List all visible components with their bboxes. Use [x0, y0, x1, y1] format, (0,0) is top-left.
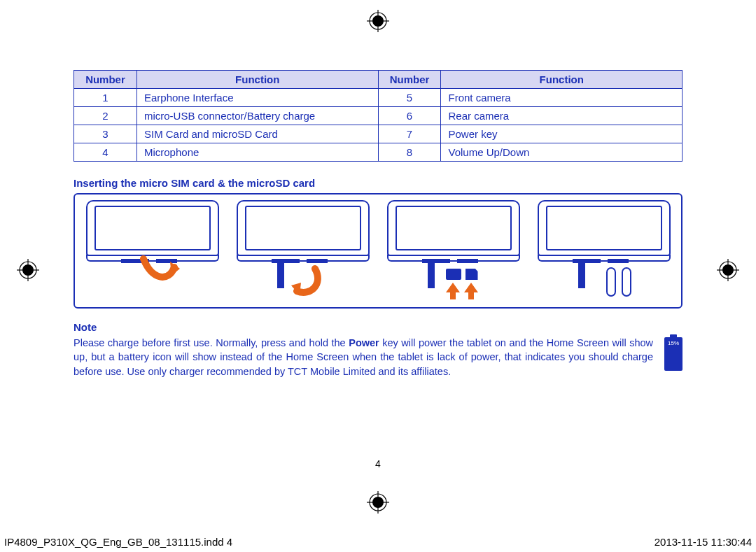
svg-marker-18 [446, 283, 460, 299]
illustration-step-4 [531, 200, 677, 302]
table-row: 2 micro-USB connector/Battery charge 6 R… [74, 107, 682, 125]
footer-file: IP4809_P310X_QG_Eng_GB_08_131115.indd 4 [4, 536, 232, 548]
illustration-step-3 [380, 200, 526, 302]
registration-mark-left [17, 259, 39, 281]
footer-datetime: 2013-11-15 11:30:44 [654, 536, 752, 548]
page-content: Number Function Number Function 1 Earpho… [74, 70, 682, 378]
th-function-1: Function [136, 71, 378, 89]
note-title: Note [74, 321, 682, 333]
parts-table: Number Function Number Function 1 Earpho… [74, 70, 682, 162]
footer: IP4809_P310X_QG_Eng_GB_08_131115.indd 4 … [4, 536, 752, 548]
table-row: 1 Earphone Interface 5 Front camera [74, 89, 682, 107]
table-row: 3 SIM Card and microSD Card 7 Power key [74, 125, 682, 143]
section-title: Inserting the micro SIM card & the micro… [74, 177, 682, 189]
svg-marker-19 [464, 283, 478, 299]
note-body: Please charge before first use. Normally… [74, 336, 653, 378]
table-row: 4 Microphone 8 Volume Up/Down [74, 143, 682, 162]
registration-mark-top [367, 10, 389, 32]
th-function-2: Function [441, 71, 682, 89]
registration-mark-bottom [367, 491, 389, 514]
th-number-1: Number [74, 71, 137, 89]
battery-icon: 15% [664, 337, 682, 371]
page-number: 4 [0, 458, 756, 469]
battery-label: 15% [664, 340, 682, 346]
illustration-step-2 [230, 200, 376, 302]
illustration-step-1 [79, 200, 225, 302]
illustration-row [74, 193, 682, 309]
registration-mark-right [717, 259, 739, 281]
th-number-2: Number [378, 71, 441, 89]
